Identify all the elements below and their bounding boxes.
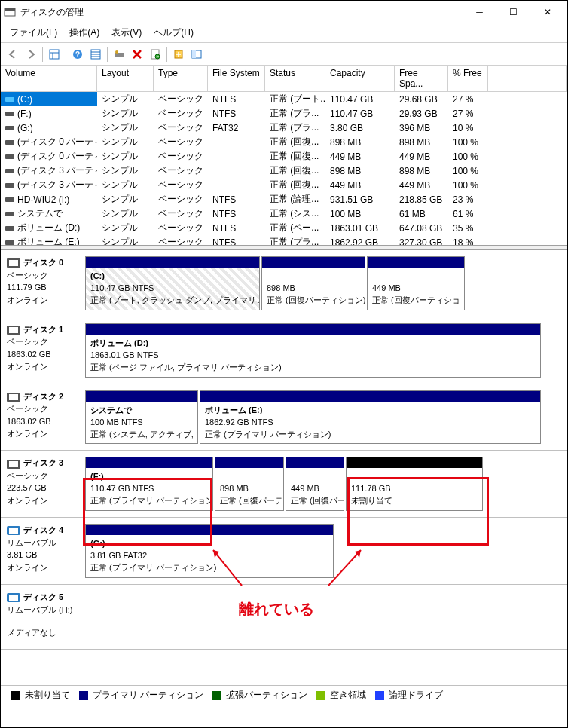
- svg-rect-28: [5, 240, 14, 245]
- partition[interactable]: 449 MB正常 (回復パー: [286, 457, 344, 511]
- svg-point-12: [115, 50, 118, 54]
- volume-row[interactable]: ボリューム (D:)シンプルベーシックNTFS正常 (ペー...1863.01 …: [1, 221, 567, 235]
- disk-icon: [7, 593, 20, 602]
- disk-label[interactable]: ディスク 0ベーシック111.79 GBオンライン: [1, 250, 85, 317]
- partition[interactable]: (F:)110.47 GB NTFS正常 (プライマリ パーティション): [85, 457, 213, 511]
- partition[interactable]: 111.78 GB未割り当て: [346, 457, 483, 511]
- view-button-3[interactable]: [188, 46, 205, 63]
- header-volume[interactable]: Volume: [1, 66, 97, 92]
- svg-rect-26: [5, 212, 14, 216]
- volume-row[interactable]: (G:)シンプルベーシックFAT32正常 (プラ...3.80 GB396 MB…: [1, 121, 567, 135]
- disk-label[interactable]: ディスク 3ベーシック223.57 GBオンライン: [1, 451, 85, 517]
- legend-primary: プライマリ パーティション: [93, 689, 203, 702]
- svg-rect-11: [115, 53, 124, 57]
- disk-label[interactable]: ディスク 1ベーシック1863.02 GBオンライン: [1, 317, 85, 384]
- disk-icon: [7, 526, 20, 535]
- header-free[interactable]: Free Spa...: [395, 66, 448, 92]
- disk-icon: [7, 326, 20, 335]
- menu-view[interactable]: 表示(V): [105, 25, 148, 41]
- menubar: ファイル(F) 操作(A) 表示(V) ヘルプ(H): [1, 23, 567, 43]
- header-layout[interactable]: Layout: [97, 66, 154, 92]
- partition[interactable]: ボリューム (E:)1862.92 GB NTFS正常 (プライマリ パーティシ…: [200, 390, 541, 445]
- legend-logical: 論理ドライブ: [389, 689, 443, 702]
- header-capacity[interactable]: Capacity: [325, 66, 395, 92]
- disk-row: ディスク 1ベーシック1863.02 GBオンラインボリューム (D:)1863…: [1, 317, 567, 384]
- menu-action[interactable]: 操作(A): [63, 25, 105, 41]
- menu-file[interactable]: ファイル(F): [4, 25, 63, 41]
- legend-unalloc: 未割り当て: [25, 689, 70, 702]
- forward-button[interactable]: [23, 46, 39, 63]
- svg-rect-21: [5, 140, 14, 145]
- header-pct[interactable]: % Free: [448, 66, 488, 92]
- window-title: ディスクの管理: [20, 6, 463, 19]
- partition[interactable]: 898 MB正常 (回復パーテ: [215, 457, 284, 511]
- help-button[interactable]: ?: [69, 46, 86, 63]
- volume-row[interactable]: (ディスク 3 パーティシ...シンプルベーシック正常 (回復...898 MB…: [1, 164, 567, 178]
- svg-rect-20: [5, 126, 14, 130]
- svg-rect-2: [50, 50, 59, 59]
- swatch-free-icon: [316, 691, 325, 700]
- svg-rect-25: [5, 197, 14, 202]
- view-button-2[interactable]: [87, 46, 104, 63]
- disk-row: ディスク 5リムーバブル (H:)メディアなし: [1, 585, 567, 650]
- properties-button[interactable]: [147, 46, 163, 63]
- volume-row[interactable]: ボリューム (E:)シンプルベーシックNTFS正常 (プラ...1862.92 …: [1, 235, 567, 246]
- settings-button[interactable]: [111, 46, 127, 63]
- partition[interactable]: 449 MB正常 (回復パーティショ: [367, 256, 465, 310]
- toolbar: ?: [1, 43, 567, 66]
- volume-row[interactable]: (ディスク 0 パーティシ...シンプルベーシック正常 (回復...898 MB…: [1, 135, 567, 149]
- partition[interactable]: (C:)110.47 GB NTFS正常 (ブート, クラッシュ ダンプ, プラ…: [85, 256, 260, 310]
- view-button-1[interactable]: [46, 46, 63, 63]
- header-spacer: [488, 66, 567, 92]
- swatch-ext-icon: [212, 691, 221, 700]
- app-icon: [4, 6, 16, 18]
- legend-free: 空き領域: [330, 689, 366, 702]
- svg-rect-27: [5, 226, 14, 231]
- partition[interactable]: 898 MB正常 (回復パーティション): [261, 256, 365, 310]
- volume-row[interactable]: (C:)シンプルベーシックNTFS正常 (ブート...110.47 GB29.6…: [1, 92, 567, 106]
- disk-row: ディスク 2ベーシック1863.02 GBオンラインシステムで100 MB NT…: [1, 384, 567, 451]
- partition[interactable]: ボリューム (D:)1863.01 GB NTFS正常 (ページ ファイル, プ…: [85, 323, 541, 378]
- new-button[interactable]: [170, 46, 187, 63]
- volume-list[interactable]: Volume Layout Type File System Status Ca…: [1, 66, 567, 246]
- partition[interactable]: (G:)3.81 GB FAT32正常 (プライマリ パーティション): [85, 524, 334, 578]
- volume-row[interactable]: (ディスク 0 パーティシ...シンプルベーシック正常 (回復...449 MB…: [1, 149, 567, 164]
- swatch-primary-icon: [79, 691, 88, 700]
- disk-label[interactable]: ディスク 5リムーバブル (H:)メディアなし: [1, 585, 85, 649]
- list-header: Volume Layout Type File System Status Ca…: [1, 66, 567, 92]
- delete-button[interactable]: [129, 46, 145, 63]
- close-button[interactable]: ✕: [530, 1, 564, 23]
- menu-help[interactable]: ヘルプ(H): [148, 25, 200, 41]
- svg-rect-17: [192, 50, 196, 58]
- legend-ext: 拡張パーティション: [226, 689, 307, 702]
- back-button[interactable]: [5, 46, 21, 63]
- disk-icon: [7, 460, 20, 469]
- disk-map[interactable]: ディスク 0ベーシック111.79 GBオンライン(C:)110.47 GB N…: [1, 250, 567, 685]
- svg-rect-1: [5, 8, 15, 11]
- header-type[interactable]: Type: [154, 66, 208, 92]
- header-status[interactable]: Status: [265, 66, 325, 92]
- disk-row: ディスク 4リムーバブル3.81 GBオンライン(G:)3.81 GB FAT3…: [1, 518, 567, 585]
- volume-row[interactable]: (ディスク 3 パーティシ...シンプルベーシック正常 (回復...449 MB…: [1, 178, 567, 192]
- disk-row: ディスク 0ベーシック111.79 GBオンライン(C:)110.47 GB N…: [1, 250, 567, 317]
- svg-rect-22: [5, 154, 14, 159]
- header-fs[interactable]: File System: [208, 66, 265, 92]
- titlebar: ディスクの管理 ─ ☐ ✕: [1, 1, 567, 23]
- volume-row[interactable]: システムでシンプルベーシックNTFS正常 (シス...100 MB61 MB61…: [1, 206, 567, 221]
- volume-row[interactable]: (F:)シンプルベーシックNTFS正常 (プラ...110.47 GB29.93…: [1, 106, 567, 121]
- partition[interactable]: システムで100 MB NTFS正常 (システム, アクティブ, プ: [85, 390, 198, 445]
- swatch-logical-icon: [375, 691, 384, 700]
- svg-rect-18: [5, 97, 14, 102]
- disk-icon: [7, 393, 20, 402]
- disk-row: ディスク 3ベーシック223.57 GBオンライン(F:)110.47 GB N…: [1, 451, 567, 518]
- disk-label[interactable]: ディスク 4リムーバブル3.81 GBオンライン: [1, 518, 85, 584]
- minimize-button[interactable]: ─: [463, 1, 496, 23]
- svg-text:?: ?: [75, 50, 80, 59]
- svg-rect-19: [5, 112, 14, 116]
- legend: 未割り当て プライマリ パーティション 拡張パーティション 空き領域 論理ドライ…: [1, 685, 567, 705]
- maximize-button[interactable]: ☐: [496, 1, 530, 23]
- volume-row[interactable]: HD-WIU2 (I:)シンプルベーシックNTFS正常 (論理...931.51…: [1, 192, 567, 206]
- svg-rect-23: [5, 169, 14, 173]
- disk-label[interactable]: ディスク 2ベーシック1863.02 GBオンライン: [1, 384, 85, 451]
- svg-rect-24: [5, 183, 14, 188]
